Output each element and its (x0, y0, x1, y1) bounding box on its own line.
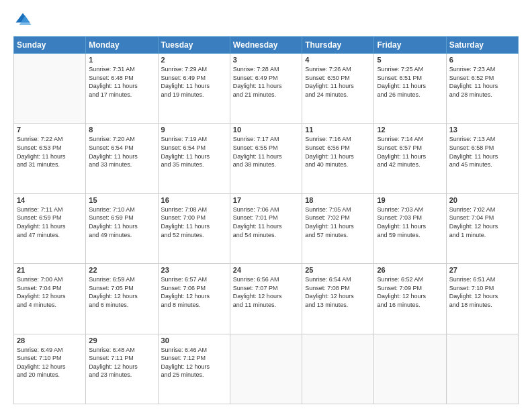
calendar-week-row: 1Sunrise: 7:31 AMSunset: 6:48 PMDaylight… (14, 54, 519, 124)
day-number: 26 (377, 266, 443, 274)
day-number: 6 (449, 56, 515, 64)
calendar-cell: 21Sunrise: 7:00 AMSunset: 7:04 PMDayligh… (14, 264, 86, 334)
day-number: 10 (233, 126, 299, 134)
day-number: 23 (161, 266, 227, 274)
calendar-week-row: 28Sunrise: 6:49 AMSunset: 7:10 PMDayligh… (14, 334, 519, 404)
day-number: 24 (233, 266, 299, 274)
calendar-cell: 16Sunrise: 7:08 AMSunset: 7:00 PMDayligh… (158, 193, 230, 263)
calendar-header-thursday: Thursday (302, 37, 374, 54)
calendar-cell: 5Sunrise: 7:25 AMSunset: 6:51 PMDaylight… (374, 54, 446, 124)
calendar-cell (446, 334, 518, 404)
day-number: 30 (161, 336, 227, 345)
calendar-cell: 25Sunrise: 6:54 AMSunset: 7:08 PMDayligh… (302, 264, 374, 334)
calendar-cell: 22Sunrise: 6:59 AMSunset: 7:05 PMDayligh… (86, 264, 158, 334)
calendar-cell: 13Sunrise: 7:13 AMSunset: 6:58 PMDayligh… (446, 124, 518, 193)
day-number: 28 (17, 336, 83, 345)
day-number: 16 (161, 196, 227, 204)
day-number: 12 (377, 126, 443, 134)
calendar-cell: 1Sunrise: 7:31 AMSunset: 6:48 PMDaylight… (86, 54, 158, 124)
day-info: Sunrise: 7:23 AMSunset: 6:52 PMDaylight:… (449, 65, 515, 99)
calendar-cell: 27Sunrise: 6:51 AMSunset: 7:10 PMDayligh… (446, 264, 518, 334)
day-number: 8 (89, 126, 154, 134)
day-info: Sunrise: 6:56 AMSunset: 7:07 PMDaylight:… (233, 275, 299, 309)
calendar-header-sunday: Sunday (14, 37, 86, 54)
day-number: 18 (305, 196, 371, 204)
calendar-cell: 4Sunrise: 7:26 AMSunset: 6:50 PMDaylight… (302, 54, 374, 124)
calendar-cell: 26Sunrise: 6:52 AMSunset: 7:09 PMDayligh… (374, 264, 446, 334)
day-info: Sunrise: 7:11 AMSunset: 6:59 PMDaylight:… (17, 205, 83, 239)
day-info: Sunrise: 6:52 AMSunset: 7:09 PMDaylight:… (377, 275, 443, 309)
day-info: Sunrise: 7:02 AMSunset: 7:04 PMDaylight:… (449, 205, 515, 239)
calendar-cell: 15Sunrise: 7:10 AMSunset: 6:59 PMDayligh… (86, 193, 158, 263)
day-number: 2 (161, 56, 227, 64)
day-info: Sunrise: 7:10 AMSunset: 6:59 PMDaylight:… (89, 205, 154, 239)
calendar-cell: 19Sunrise: 7:03 AMSunset: 7:03 PMDayligh… (374, 193, 446, 263)
day-number: 3 (233, 56, 299, 64)
calendar-cell: 20Sunrise: 7:02 AMSunset: 7:04 PMDayligh… (446, 193, 518, 263)
calendar-cell: 17Sunrise: 7:06 AMSunset: 7:01 PMDayligh… (230, 193, 302, 263)
calendar-cell: 30Sunrise: 6:46 AMSunset: 7:12 PMDayligh… (158, 334, 230, 404)
day-info: Sunrise: 7:00 AMSunset: 7:04 PMDaylight:… (17, 275, 83, 309)
calendar-cell (374, 334, 446, 404)
calendar-header-row: SundayMondayTuesdayWednesdayThursdayFrid… (14, 37, 519, 54)
day-info: Sunrise: 6:54 AMSunset: 7:08 PMDaylight:… (305, 275, 371, 309)
day-number: 19 (377, 196, 443, 204)
day-number: 25 (305, 266, 371, 274)
logo (13, 11, 35, 30)
day-info: Sunrise: 7:08 AMSunset: 7:00 PMDaylight:… (161, 205, 227, 239)
calendar-cell: 2Sunrise: 7:29 AMSunset: 6:49 PMDaylight… (158, 54, 230, 124)
calendar-cell: 6Sunrise: 7:23 AMSunset: 6:52 PMDaylight… (446, 54, 518, 124)
calendar-header-saturday: Saturday (446, 37, 518, 54)
day-info: Sunrise: 7:03 AMSunset: 7:03 PMDaylight:… (377, 205, 443, 239)
calendar-cell: 8Sunrise: 7:20 AMSunset: 6:54 PMDaylight… (86, 124, 158, 193)
day-info: Sunrise: 7:05 AMSunset: 7:02 PMDaylight:… (305, 205, 371, 239)
day-info: Sunrise: 7:29 AMSunset: 6:49 PMDaylight:… (161, 65, 227, 99)
calendar-cell: 23Sunrise: 6:57 AMSunset: 7:06 PMDayligh… (158, 264, 230, 334)
calendar-cell: 14Sunrise: 7:11 AMSunset: 6:59 PMDayligh… (14, 193, 86, 263)
day-number: 13 (449, 126, 515, 134)
day-info: Sunrise: 6:57 AMSunset: 7:06 PMDaylight:… (161, 275, 227, 309)
calendar-cell: 24Sunrise: 6:56 AMSunset: 7:07 PMDayligh… (230, 264, 302, 334)
calendar-week-row: 14Sunrise: 7:11 AMSunset: 6:59 PMDayligh… (14, 193, 519, 263)
day-number: 29 (89, 336, 154, 345)
day-number: 11 (305, 126, 371, 134)
day-info: Sunrise: 7:28 AMSunset: 6:49 PMDaylight:… (233, 65, 299, 99)
day-info: Sunrise: 7:14 AMSunset: 6:57 PMDaylight:… (377, 135, 443, 169)
calendar-week-row: 21Sunrise: 7:00 AMSunset: 7:04 PMDayligh… (14, 264, 519, 334)
day-number: 14 (17, 196, 83, 204)
calendar-cell: 29Sunrise: 6:48 AMSunset: 7:11 PMDayligh… (86, 334, 158, 404)
day-info: Sunrise: 6:59 AMSunset: 7:05 PMDaylight:… (89, 275, 154, 309)
day-info: Sunrise: 6:48 AMSunset: 7:11 PMDaylight:… (89, 346, 154, 379)
calendar-cell: 11Sunrise: 7:16 AMSunset: 6:56 PMDayligh… (302, 124, 374, 193)
day-info: Sunrise: 7:13 AMSunset: 6:58 PMDaylight:… (449, 135, 515, 169)
calendar-cell: 10Sunrise: 7:17 AMSunset: 6:55 PMDayligh… (230, 124, 302, 193)
day-number: 15 (89, 196, 154, 204)
day-number: 22 (89, 266, 154, 274)
day-info: Sunrise: 7:19 AMSunset: 6:54 PMDaylight:… (161, 135, 227, 169)
calendar-cell: 28Sunrise: 6:49 AMSunset: 7:10 PMDayligh… (14, 334, 86, 404)
day-info: Sunrise: 6:49 AMSunset: 7:10 PMDaylight:… (17, 346, 83, 379)
calendar-cell: 18Sunrise: 7:05 AMSunset: 7:02 PMDayligh… (302, 193, 374, 263)
day-info: Sunrise: 7:20 AMSunset: 6:54 PMDaylight:… (89, 135, 154, 169)
calendar-header-tuesday: Tuesday (158, 37, 230, 54)
day-info: Sunrise: 7:31 AMSunset: 6:48 PMDaylight:… (89, 65, 154, 99)
day-number: 17 (233, 196, 299, 204)
day-info: Sunrise: 6:51 AMSunset: 7:10 PMDaylight:… (449, 275, 515, 309)
page: SundayMondayTuesdayWednesdayThursdayFrid… (0, 0, 532, 411)
day-number: 7 (17, 126, 83, 134)
day-info: Sunrise: 7:22 AMSunset: 6:53 PMDaylight:… (17, 135, 83, 169)
day-info: Sunrise: 6:46 AMSunset: 7:12 PMDaylight:… (161, 346, 227, 379)
calendar-table: SundayMondayTuesdayWednesdayThursdayFrid… (13, 36, 519, 404)
calendar-cell: 3Sunrise: 7:28 AMSunset: 6:49 PMDaylight… (230, 54, 302, 124)
day-number: 1 (89, 56, 154, 64)
day-number: 20 (449, 196, 515, 204)
calendar-cell (302, 334, 374, 404)
day-number: 5 (377, 56, 443, 64)
calendar-week-row: 7Sunrise: 7:22 AMSunset: 6:53 PMDaylight… (14, 124, 519, 193)
calendar-header-monday: Monday (86, 37, 158, 54)
day-info: Sunrise: 7:06 AMSunset: 7:01 PMDaylight:… (233, 205, 299, 239)
day-number: 27 (449, 266, 515, 274)
calendar-cell: 9Sunrise: 7:19 AMSunset: 6:54 PMDaylight… (158, 124, 230, 193)
day-number: 21 (17, 266, 83, 274)
day-info: Sunrise: 7:16 AMSunset: 6:56 PMDaylight:… (305, 135, 371, 169)
